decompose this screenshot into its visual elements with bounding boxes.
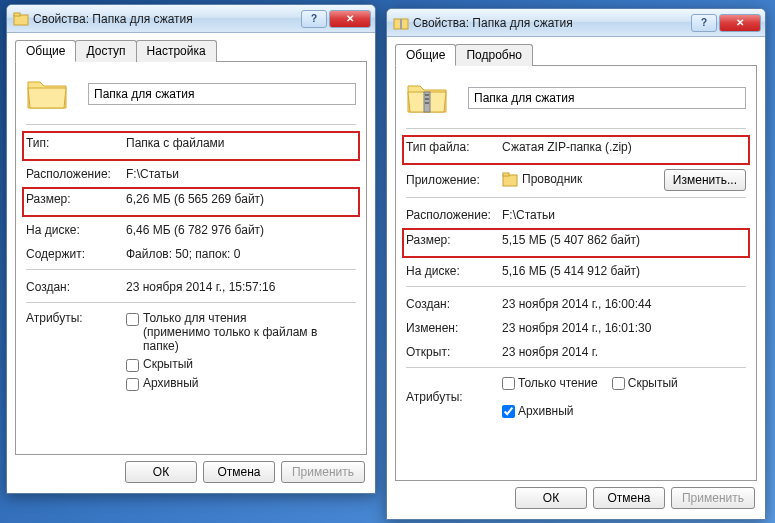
app-value: Проводник [502,172,664,188]
hidden-label: Скрытый [143,357,193,371]
type-label: Тип: [26,136,126,150]
contains-value: Файлов: 50; папок: 0 [126,247,356,261]
change-button[interactable]: Изменить... [664,169,746,191]
svg-rect-3 [400,19,402,29]
title-left: Свойства: Папка для сжатия [33,12,301,26]
svg-rect-9 [503,173,509,176]
archive-label-r: Архивный [518,404,574,418]
readonly-label: Только для чтения [143,311,246,325]
modified-label: Изменен: [406,321,502,335]
tab-general[interactable]: Общие [15,40,76,62]
zip-icon [406,78,448,118]
file-name-input[interactable] [468,87,746,109]
highlight-size-r: Размер: 5,15 МБ (5 407 862 байт) [402,228,750,258]
location-value-r: F:\Статьи [502,208,746,222]
disksize-value: 6,46 МБ (6 782 976 байт) [126,223,356,237]
folder-properties-window: Свойства: Папка для сжатия ? ✕ Общие Дос… [6,4,376,494]
tabpanel-right: Тип файла: Сжатая ZIP-папка (.zip) Прило… [395,65,757,481]
attrs-label: Атрибуты: [26,311,126,325]
size-value: 6,26 МБ (6 565 269 байт) [126,192,356,206]
ok-button-r[interactable]: ОК [515,487,587,509]
created-value-r: 23 ноября 2014 г., 16:00:44 [502,297,746,311]
size-value-r: 5,15 МБ (5 407 862 байт) [502,233,746,247]
created-label: Создан: [26,280,126,294]
highlight-filetype: Тип файла: Сжатая ZIP-папка (.zip) [402,135,750,165]
filetype-value: Сжатая ZIP-папка (.zip) [502,140,746,154]
type-value: Папка с файлами [126,136,356,150]
svg-rect-7 [425,102,429,104]
disksize-value-r: 5,16 МБ (5 414 912 байт) [502,264,746,278]
tabs-right: Общие Подробно [395,43,757,65]
svg-rect-8 [503,175,517,186]
highlight-size: Размер: 6,26 МБ (6 565 269 байт) [22,187,360,217]
help-button[interactable]: ? [691,14,717,32]
svg-rect-1 [14,13,20,16]
tab-general[interactable]: Общие [395,44,456,66]
ok-button[interactable]: ОК [125,461,197,483]
titlebar-left[interactable]: Свойства: Папка для сжатия ? ✕ [7,5,375,33]
modified-value: 23 ноября 2014 г., 16:01:30 [502,321,746,335]
tab-access[interactable]: Доступ [75,40,136,62]
titlebar-right[interactable]: Свойства: Папка для сжатия ? ✕ [387,9,765,37]
hidden-checkbox[interactable] [126,359,139,372]
apply-button[interactable]: Применить [281,461,365,483]
close-button[interactable]: ✕ [329,10,371,28]
opened-label: Открыт: [406,345,502,359]
readonly-checkbox-r[interactable] [502,377,515,390]
zip-icon-small [393,15,409,31]
created-label-r: Создан: [406,297,502,311]
disksize-label-r: На диске: [406,264,502,278]
archive-checkbox[interactable] [126,378,139,391]
explorer-icon [502,172,518,188]
title-right: Свойства: Папка для сжатия [413,16,691,30]
close-button[interactable]: ✕ [719,14,761,32]
hidden-checkbox-r[interactable] [612,377,625,390]
filetype-label: Тип файла: [406,140,502,154]
size-label: Размер: [26,192,126,206]
tab-details[interactable]: Подробно [455,44,533,66]
archive-checkbox-r[interactable] [502,405,515,418]
folder-icon-small [13,11,29,27]
help-button[interactable]: ? [301,10,327,28]
cancel-button[interactable]: Отмена [203,461,275,483]
readonly-note: (применимо только к файлам в папке) [143,325,317,353]
zip-properties-window: Свойства: Папка для сжатия ? ✕ Общие Под… [386,8,766,520]
button-row-right: ОК Отмена Применить [395,481,757,511]
location-label: Расположение: [26,167,126,181]
size-label-r: Размер: [406,233,502,247]
tab-settings[interactable]: Настройка [136,40,217,62]
folder-icon [26,74,68,114]
app-label: Приложение: [406,173,502,187]
tabs-left: Общие Доступ Настройка [15,39,367,61]
folder-name-input[interactable] [88,83,356,105]
svg-rect-5 [425,94,429,96]
apply-button-r[interactable]: Применить [671,487,755,509]
readonly-checkbox[interactable] [126,313,139,326]
tabpanel-left: Тип: Папка с файлами Расположение: F:\Ст… [15,61,367,455]
attrs-label-r: Атрибуты: [406,390,502,404]
location-value: F:\Статьи [126,167,356,181]
opened-value: 23 ноября 2014 г. [502,345,746,359]
readonly-label-r: Только чтение [518,376,598,390]
button-row-left: ОК Отмена Применить [15,455,367,485]
hidden-label-r: Скрытый [628,376,678,390]
highlight-type: Тип: Папка с файлами [22,131,360,161]
contains-label: Содержит: [26,247,126,261]
disksize-label: На диске: [26,223,126,237]
cancel-button-r[interactable]: Отмена [593,487,665,509]
svg-rect-6 [425,98,429,100]
archive-label: Архивный [143,376,199,390]
created-value: 23 ноября 2014 г., 15:57:16 [126,280,356,294]
location-label-r: Расположение: [406,208,502,222]
